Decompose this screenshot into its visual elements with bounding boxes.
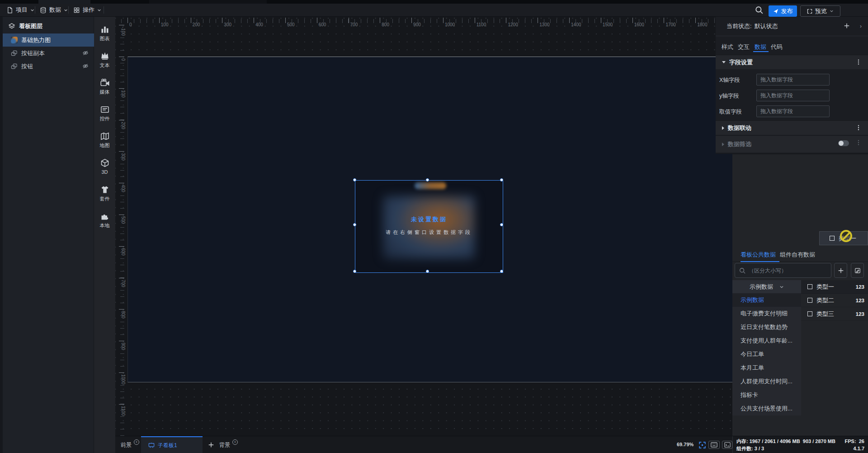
- dataset-item[interactable]: 支付使用人群年龄...: [732, 334, 801, 348]
- edit-dataset-button[interactable]: [851, 263, 864, 278]
- window-top-strip: [0, 0, 868, 4]
- dataset-item[interactable]: 指标卡: [732, 388, 801, 402]
- ruler-major-tick: [317, 18, 317, 23]
- chevron-down-icon: [64, 8, 68, 12]
- eye-hidden-icon[interactable]: [82, 63, 89, 69]
- top-strip-segment: [38, 0, 90, 4]
- resize-handle-bottom-left[interactable]: [353, 270, 356, 273]
- tab-style[interactable]: 样式: [722, 43, 733, 51]
- dataset-item[interactable]: 本月工单: [732, 361, 801, 375]
- layer-item-button-copy[interactable]: 按钮副本: [3, 47, 94, 60]
- preview-button[interactable]: 预览: [800, 5, 840, 17]
- menu-operations-label: 操作: [83, 6, 94, 14]
- toolbox-item-local[interactable]: 本地: [94, 207, 115, 233]
- menu-operations[interactable]: 操作: [73, 4, 101, 16]
- kebab-menu-icon[interactable]: [855, 139, 862, 146]
- add-board-button[interactable]: [206, 439, 217, 450]
- ruler-tick-label: 300: [224, 22, 231, 27]
- dataset-item[interactable]: 近日支付笔数趋势: [732, 320, 801, 334]
- dataset-item[interactable]: 公共支付场景使用...: [732, 402, 801, 415]
- dataset-search-input[interactable]: [735, 263, 831, 277]
- tab-code[interactable]: 代码: [771, 43, 783, 51]
- data-panel: 看板公共数据 组件自有数据 示例数据 示例数据 电子缴费支付明细 近日支付笔数趋…: [732, 154, 868, 436]
- widget-blurred-legend: [415, 182, 446, 189]
- menu-data[interactable]: 数据: [40, 4, 68, 16]
- plus-icon: [838, 267, 844, 274]
- section-field-settings[interactable]: 字段设置: [716, 55, 868, 69]
- toolbox-item-label: 地图: [100, 143, 110, 148]
- layer-item-label: 按钮副本: [21, 49, 45, 57]
- search-icon[interactable]: [755, 6, 763, 14]
- eye-hidden-icon[interactable]: [82, 50, 89, 56]
- resize-handle-middle-right[interactable]: [500, 223, 503, 226]
- field-name: 类型二: [816, 296, 834, 305]
- ruler-major-tick: [191, 18, 191, 23]
- ruler-major-tick: [538, 18, 538, 23]
- resize-handle-middle-left[interactable]: [353, 223, 356, 226]
- resize-handle-top-left[interactable]: [353, 178, 356, 181]
- kebab-menu-icon[interactable]: [855, 124, 862, 131]
- add-state-icon[interactable]: [844, 23, 850, 29]
- section-data-filter[interactable]: 数据筛选: [716, 135, 868, 153]
- field-item-type-3[interactable]: 类型三 123: [801, 307, 868, 321]
- ruler-tick-label: 1200: [508, 22, 518, 27]
- toolbox-item-3d[interactable]: 3D: [94, 154, 115, 179]
- dataset-selector-dropdown[interactable]: 示例数据: [732, 280, 801, 294]
- field-item-type-1[interactable]: 类型一 123: [801, 280, 868, 294]
- tab-board-public-data[interactable]: 看板公共数据: [741, 251, 776, 259]
- x-axis-field-dropzone[interactable]: [756, 74, 830, 86]
- toolbox-item-charts[interactable]: 图表: [94, 20, 115, 46]
- layer-item-button[interactable]: 按钮: [3, 60, 94, 73]
- sub-board-tab[interactable]: 子看板1: [141, 436, 203, 453]
- tab-data[interactable]: 数据: [755, 43, 766, 51]
- value-field-dropzone[interactable]: [756, 105, 830, 117]
- y-axis-field-dropzone[interactable]: [756, 90, 830, 101]
- selected-heatmap-widget[interactable]: 未设置数据 请在右侧窗口设置数据字段: [355, 180, 503, 273]
- dataset-item[interactable]: 今日工单: [732, 348, 801, 361]
- expand-states-icon[interactable]: ›: [860, 23, 862, 29]
- fullscreen-icon: [807, 9, 812, 14]
- tab-component-own-data[interactable]: 组件自有数据: [780, 251, 815, 259]
- field-item-type-2[interactable]: 类型二 123: [801, 294, 868, 307]
- dataset-item-sample[interactable]: 示例数据: [732, 293, 801, 307]
- background-layer-button[interactable]: 背景 +: [219, 436, 238, 453]
- section-title: 数据联动: [728, 124, 751, 132]
- layer-item-heatmap[interactable]: 基础热力图: [3, 33, 94, 47]
- menu-project[interactable]: 项目: [6, 4, 34, 16]
- data-filter-toggle[interactable]: [838, 140, 849, 146]
- toolbox-item-kit[interactable]: 套件: [94, 181, 115, 206]
- dataset-item[interactable]: 电子缴费支付明细: [732, 307, 801, 320]
- dataset-item[interactable]: 人群使用支付时间...: [732, 375, 801, 388]
- toolbox-item-controls[interactable]: 控件: [94, 100, 115, 126]
- ruler-tick-label: 200: [121, 122, 126, 129]
- section-data-linkage[interactable]: 数据联动: [716, 120, 868, 135]
- resize-handle-bottom-center[interactable]: [426, 270, 429, 273]
- toolbox-item-map[interactable]: 地图: [94, 127, 115, 153]
- resize-handle-top-right[interactable]: [500, 178, 503, 181]
- control-widget-icon: [100, 105, 109, 114]
- keyboard-shortcuts-button[interactable]: [708, 441, 720, 449]
- state-header: 当前状态: 默认状态 ›: [716, 17, 868, 36]
- ruler-major-tick: [119, 278, 124, 278]
- ruler-tick-label: 800: [121, 311, 126, 319]
- zoom-level-indicator[interactable]: 69.79%: [677, 442, 693, 447]
- ruler-tick-label: 1100: [476, 22, 486, 27]
- no-drop-cursor-icon: [840, 230, 852, 242]
- add-foreground-icon[interactable]: +: [134, 439, 139, 445]
- fit-to-screen-button[interactable]: [698, 441, 707, 449]
- console-button[interactable]: [722, 441, 732, 449]
- foreground-layer-button[interactable]: 前景 +: [121, 436, 139, 453]
- ruler-major-tick: [119, 57, 124, 57]
- field-label: y轴字段: [719, 92, 739, 100]
- resize-handle-bottom-right[interactable]: [500, 270, 503, 273]
- kebab-menu-icon[interactable]: [855, 59, 862, 65]
- add-dataset-button[interactable]: [834, 263, 847, 278]
- toolbox-item-label: 媒体: [100, 90, 110, 95]
- add-background-icon[interactable]: +: [232, 439, 238, 445]
- resize-handle-top-center[interactable]: [426, 178, 429, 181]
- tab-interaction[interactable]: 交互: [738, 43, 750, 51]
- toolbox-item-text[interactable]: 文本: [94, 47, 115, 72]
- publish-button[interactable]: 发布: [769, 5, 797, 17]
- toolbox-item-media[interactable]: 媒体: [94, 74, 115, 99]
- ruler-major-tick: [119, 372, 124, 373]
